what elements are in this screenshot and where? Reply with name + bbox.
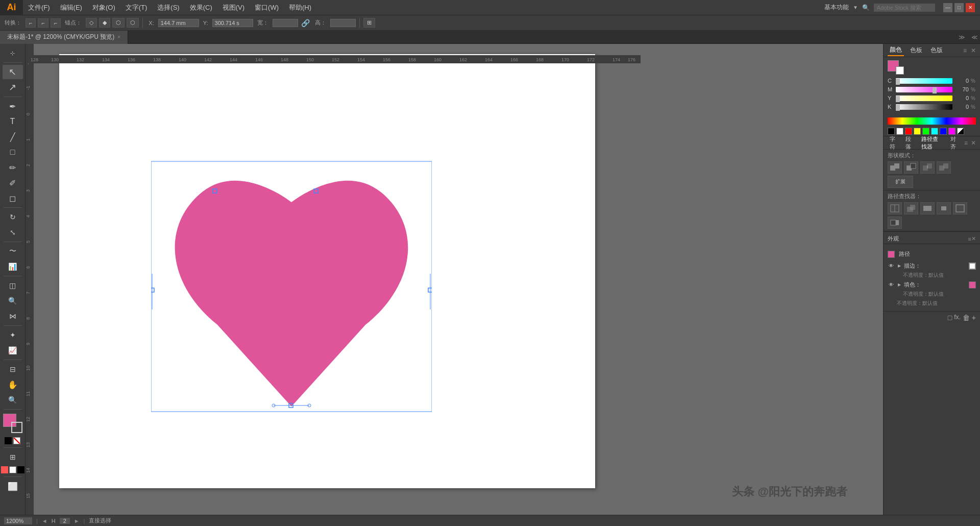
rotate-tool[interactable]: ↻	[3, 210, 23, 224]
intersect-btn[interactable]	[920, 161, 935, 174]
trim-btn[interactable]	[904, 202, 918, 214]
next-page-btn[interactable]: ►	[74, 518, 80, 524]
artboard-view-btn[interactable]: ⬜	[3, 479, 23, 493]
anchor-tool-2[interactable]: ◆	[99, 18, 110, 28]
chip-black[interactable]	[888, 128, 895, 135]
prev-page-btn[interactable]: ◄	[42, 518, 47, 524]
appearance-close-btn[interactable]: ✕	[971, 235, 976, 242]
menu-help[interactable]: 帮助(H)	[284, 0, 316, 15]
corner-tool-2[interactable]: ⌐	[38, 18, 48, 28]
stroke-visibility-btn[interactable]: 👁	[888, 263, 895, 269]
column-graph-tool[interactable]: 📈	[3, 343, 23, 357]
maximize-button[interactable]: □	[954, 3, 964, 12]
height-input[interactable]	[330, 19, 356, 27]
scale-tool[interactable]: ⤡	[3, 225, 23, 240]
zoom-tool[interactable]: 🔍	[3, 393, 23, 407]
type-tool[interactable]: T	[3, 114, 23, 129]
fill-expand-btn[interactable]: ▶	[897, 282, 902, 287]
merge-btn[interactable]	[920, 202, 935, 214]
red-chip[interactable]	[1, 466, 8, 473]
menu-type[interactable]: 文字(T)	[120, 0, 153, 15]
graph-tool[interactable]: 📊	[3, 259, 23, 274]
stroke-expand-btn[interactable]: ▶	[897, 264, 902, 268]
select-tool[interactable]: ↖	[3, 65, 23, 79]
anchor-tool-3[interactable]: ⬡	[112, 18, 125, 28]
unite-btn[interactable]	[888, 161, 902, 174]
chip-none[interactable]	[957, 128, 964, 135]
k-slider[interactable]	[896, 106, 952, 110]
canvas-content[interactable]: 头条 @阳光下的奔跑者	[34, 44, 883, 515]
default-none[interactable]	[13, 437, 20, 444]
tab-align[interactable]: 对齐	[948, 135, 961, 151]
line-tool[interactable]: ╱	[3, 130, 23, 144]
tab-swatches[interactable]: 色板	[908, 45, 924, 56]
stroke-color-swatch[interactable]	[11, 422, 22, 433]
fg-bg-swatches[interactable]	[888, 60, 904, 75]
corner-tool-3[interactable]: ⌐	[51, 18, 61, 28]
symbol-sprayer-tool[interactable]: ✦	[3, 328, 23, 342]
corner-tool-1[interactable]: ⌐	[26, 18, 36, 28]
transform-tool[interactable]: ⊞	[363, 18, 375, 28]
fill-swatch[interactable]	[969, 281, 976, 289]
tab-color[interactable]: 颜色	[888, 44, 904, 56]
chip-yellow[interactable]	[914, 128, 921, 135]
minimize-button[interactable]: —	[943, 3, 952, 12]
chip-blue[interactable]	[940, 128, 947, 135]
crop-btn[interactable]	[937, 202, 951, 214]
menu-edit[interactable]: 编辑(E)	[55, 0, 87, 15]
minus-front-btn[interactable]	[904, 161, 918, 174]
tab-pathfinder[interactable]: 路径查找器	[919, 135, 945, 151]
paint-brush-tool[interactable]: ✏	[3, 160, 23, 175]
search-input[interactable]	[874, 4, 935, 12]
tab-paragraph[interactable]: 段落	[903, 135, 916, 151]
tab-close-button[interactable]: ×	[117, 34, 120, 40]
link-icon[interactable]: 🔗	[300, 19, 311, 27]
delete-item-icon[interactable]: 🗑	[963, 314, 970, 322]
shape-tool[interactable]: □	[3, 145, 23, 159]
pf-close-btn[interactable]: ✕	[971, 139, 976, 147]
workspace-arrow-icon[interactable]: ▼	[853, 5, 858, 10]
panel-collapse-btn[interactable]: ≫	[954, 34, 969, 41]
pen-tool[interactable]: ✒	[3, 99, 23, 113]
artboard-tool[interactable]: ⊟	[3, 362, 23, 376]
anchor-tool-4[interactable]: ⬡	[127, 18, 139, 28]
eyedropper-tool[interactable]: 🔍	[3, 294, 23, 308]
color-mode-btn[interactable]: ⊞	[3, 450, 23, 464]
background-swatch[interactable]	[896, 66, 904, 75]
x-value-input[interactable]	[158, 19, 199, 27]
menu-effect[interactable]: 效果(C)	[185, 0, 217, 15]
y-value-input[interactable]	[212, 19, 253, 27]
chip-red[interactable]	[905, 128, 912, 135]
hand-tool[interactable]: ✋	[3, 377, 23, 392]
menu-window[interactable]: 窗口(W)	[250, 0, 284, 15]
anchor-tool-btn[interactable]: ⊹	[3, 46, 23, 60]
tab-character[interactable]: 字符	[888, 135, 900, 151]
divide-btn[interactable]	[888, 202, 902, 214]
chip-magenta[interactable]	[948, 128, 955, 135]
zoom-input[interactable]	[4, 517, 32, 524]
gradient-tool[interactable]: ◫	[3, 278, 23, 293]
outline-btn[interactable]	[953, 202, 967, 214]
warp-tool[interactable]: 〜	[3, 244, 23, 258]
panel-menu-btn[interactable]: ≡	[963, 47, 967, 54]
fill-visibility-btn[interactable]: 👁	[888, 282, 895, 288]
panel-expand-btn[interactable]: ≪	[969, 34, 980, 41]
heart-shape-svg[interactable]	[151, 151, 432, 437]
exclude-btn[interactable]	[937, 161, 951, 174]
chip-white[interactable]	[896, 128, 903, 135]
blend-tool[interactable]: ⋈	[3, 309, 23, 323]
eraser-tool[interactable]: ◻	[3, 191, 23, 205]
new-item-icon[interactable]: □	[948, 314, 952, 322]
stroke-swatch[interactable]	[969, 262, 976, 270]
menu-file[interactable]: 文件(F)	[23, 0, 55, 15]
c-slider[interactable]	[896, 80, 952, 84]
layer-input[interactable]	[60, 518, 70, 524]
y-slider[interactable]	[896, 97, 952, 101]
menu-view[interactable]: 视图(V)	[217, 0, 250, 15]
pf-menu-btn[interactable]: ≡	[964, 139, 968, 147]
fx-icon[interactable]: fx.	[954, 314, 961, 322]
black-chip[interactable]	[17, 466, 24, 473]
chip-green[interactable]	[922, 128, 929, 135]
color-spectrum[interactable]	[888, 117, 976, 125]
menu-select[interactable]: 选择(S)	[152, 0, 184, 15]
